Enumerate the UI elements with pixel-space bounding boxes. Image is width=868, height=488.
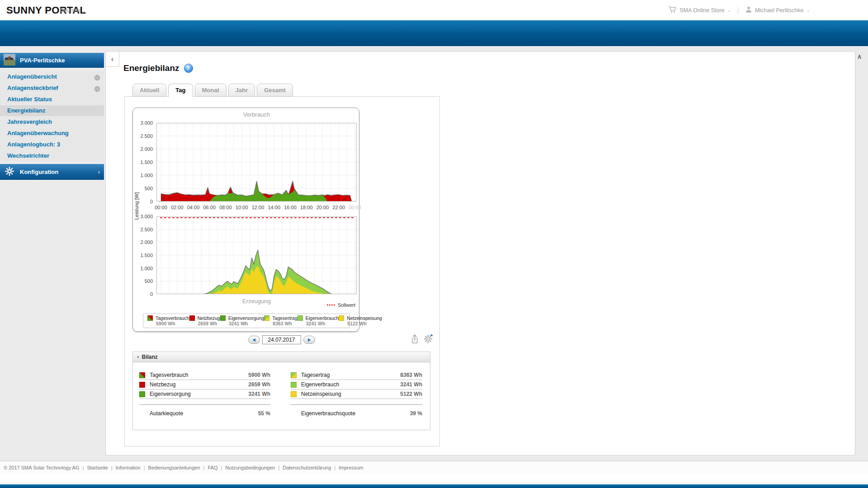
legend-value: 8363 Wh	[273, 321, 297, 326]
tab-jahr[interactable]: Jahr	[228, 84, 255, 97]
top-bar: SUNNY PORTAL Deutsch ⌄ SMA Online Store …	[0, 0, 868, 20]
tab-monat[interactable]: Monat	[195, 84, 226, 97]
bilanz-row: Netzbezug2659 Wh	[139, 380, 270, 389]
sidebar-item-wechselrichter[interactable]: Wechselrichter	[0, 150, 104, 161]
chart-settings-gear-icon[interactable]	[424, 334, 434, 346]
footer-separator: |	[203, 465, 205, 470]
dashed-line-icon	[327, 304, 335, 306]
footer-link-information[interactable]: Information	[116, 465, 141, 470]
chart-legend: Tagesverbrauch5900 WhNetzbezug2659 WhEig…	[143, 314, 350, 328]
sidebar-item-anlagenlogbuch-3[interactable]: Anlagenlogbuch: 3	[0, 139, 104, 150]
legend-swatch-split-red-green	[147, 315, 153, 321]
sidebar-item-label: Anlagensteckbrief	[7, 84, 58, 91]
page-header: Energiebilanz ?	[123, 63, 193, 73]
legend-swatch-green	[220, 315, 226, 321]
export-icon[interactable]	[410, 334, 420, 346]
date-input[interactable]	[262, 335, 301, 344]
bilanz-row-label: Netzeinspeisung	[301, 391, 400, 397]
sidebar-item-anlagen-berwachung[interactable]: Anlagenüberwachung	[0, 128, 104, 139]
triangle-right-icon	[307, 338, 311, 342]
legend-value: 3241 Wh	[229, 321, 264, 326]
bilanz-header[interactable]: ▾ Bilanz	[133, 352, 430, 362]
help-icon[interactable]: ?	[184, 64, 193, 73]
next-day-button[interactable]	[303, 336, 315, 344]
x-tick-label: 12:00	[250, 205, 266, 210]
sidebar-nav: AnlagenübersichtAnlagensteckbriefAktuell…	[0, 71, 104, 162]
footer-link-startseite[interactable]: Startseite	[87, 465, 108, 470]
sollwert-label: Sollwert	[338, 302, 355, 308]
scroll-top-button[interactable]: ∧	[857, 53, 862, 60]
y-tick-label: 2.000	[134, 239, 155, 245]
bilanz-row: Tagesverbrauch5900 Wh	[139, 371, 270, 380]
sidebar-item-jahresvergleich[interactable]: Jahresvergleich	[0, 117, 104, 127]
date-navigation	[132, 334, 430, 345]
energy-chart-box: Verbrauch Erzeugung Leistung [W] Sollwer…	[132, 108, 359, 332]
x-tick-label: 18:00	[299, 205, 314, 210]
x-tick-label: 08:00	[218, 205, 233, 210]
bilanz-row-value: 3241 Wh	[248, 391, 270, 397]
tab-gesamt[interactable]: Gesamt	[257, 84, 293, 97]
plant-thumbnail	[4, 54, 15, 67]
bilanz-swatch-split-red-green	[139, 372, 145, 378]
production-chart	[156, 216, 357, 296]
footer-separator: |	[111, 465, 113, 470]
legend-entry-top: Tagesertrag	[264, 315, 297, 321]
bilanz-row-value: 3241 Wh	[400, 381, 422, 388]
language-selector[interactable]: Deutsch ⌄	[60, 7, 86, 14]
footer-link-datenschutzerkl-rung[interactable]: Datenschutzerklärung	[283, 465, 331, 470]
bilanz-quote-row: Autarkiequote55 %	[139, 405, 270, 422]
x-tick-label: 06:00	[202, 205, 217, 210]
bilanz-row-value: 2659 Wh	[248, 381, 270, 388]
previous-day-button[interactable]	[248, 336, 260, 344]
sidebar-item-label: Jahresvergleich	[7, 118, 52, 125]
y-tick-label: 1.500	[134, 253, 155, 258]
footer-link-impressum[interactable]: Impressum	[339, 465, 363, 470]
sidebar-item-anlagen-bersicht[interactable]: Anlagenübersicht	[0, 71, 104, 82]
chevron-down-icon: ⌄	[82, 8, 86, 13]
bilanz-row-label: Eigenverbrauch	[301, 381, 400, 388]
sidebar-plant-header[interactable]: PVA-Perlitschke	[0, 53, 104, 68]
bilanz-quote-label: Autarkiequote	[150, 410, 258, 417]
spacer	[291, 399, 422, 404]
y-tick-label: 0	[134, 291, 155, 297]
bilanz-quote-value: 39 %	[410, 410, 422, 417]
online-store-menu[interactable]: SMA Online Store ⌄	[668, 6, 731, 14]
sidebar-item-energiebilanz[interactable]: Energiebilanz	[0, 105, 104, 116]
bilanz-row-label: Tagesverbrauch	[150, 372, 248, 378]
footer-separator: |	[144, 465, 145, 470]
sidebar-item-konfiguration[interactable]: Konfiguration ›	[0, 164, 104, 180]
blue-banner	[0, 20, 868, 46]
bilanz-title: Bilanz	[142, 354, 158, 360]
y-tick-label: 500	[134, 278, 155, 284]
chevron-down-icon: ⌄	[727, 8, 731, 13]
tab-aktuell[interactable]: Aktuell	[132, 84, 166, 97]
sidebar-item-anlagensteckbrief[interactable]: Anlagensteckbrief	[0, 83, 104, 94]
bilanz-swatch-lightgreen	[291, 382, 297, 388]
language-label: Deutsch	[60, 7, 80, 14]
sidebar-item-aktueller-status[interactable]: Aktueller Status	[0, 94, 104, 105]
user-icon	[745, 6, 752, 14]
legend-label: Eigenversorgung	[228, 315, 264, 321]
user-menu[interactable]: Michael Perlitschke ⌄	[745, 6, 810, 14]
y-tick-label: 500	[134, 186, 155, 191]
legend-entry: Tagesertrag8363 Wh	[264, 315, 297, 326]
bilanz-swatch-green	[139, 391, 145, 397]
legend-entry-top: Eigenverbrauch	[297, 315, 339, 321]
y-tick-label: 3.000	[134, 120, 155, 126]
konfiguration-label: Konfiguration	[20, 169, 58, 175]
tab-tag[interactable]: Tag	[168, 84, 193, 97]
page-title: Energiebilanz	[123, 63, 179, 73]
legend-entry: Netzbezug2659 Wh	[189, 315, 220, 326]
spacer	[139, 399, 270, 404]
footer-link-faq[interactable]: FAQ	[208, 465, 217, 470]
bilanz-swatch-split-lightgreen-yellow	[291, 372, 297, 378]
plant-name-label: PVA-Perlitschke	[20, 57, 65, 64]
footer-link-bedienungsanleitungen[interactable]: Bedienungsanleitungen	[148, 465, 200, 470]
collapse-sidebar-button[interactable]: ‹	[105, 51, 119, 67]
legend-swatch-red	[189, 315, 195, 321]
footer-link-nutzungsbedingungen[interactable]: Nutzungsbedingungen	[225, 465, 275, 470]
legend-label: Eigenverbrauch	[306, 315, 339, 321]
legend-label: Netzeinspeisung	[347, 315, 382, 321]
legend-value: 3241 Wh	[306, 321, 339, 326]
y-tick-label: 2.500	[134, 133, 155, 139]
